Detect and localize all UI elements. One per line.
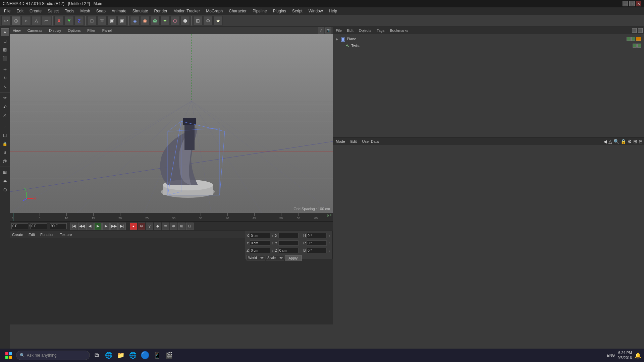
tool-polygons[interactable]: ▦ [1,46,9,54]
menu-help[interactable]: Help [326,8,340,14]
primitive-cyl[interactable]: ◎ [150,16,160,25]
twist-cb2[interactable] [637,44,641,48]
prev-keyframe-btn[interactable]: ◀◀ [78,223,86,230]
menu-simulate[interactable]: Simulate [130,8,151,14]
menu-mesh[interactable]: Mesh [77,8,93,14]
record-btn[interactable]: ● [130,223,137,230]
next-keyframe-btn[interactable]: ▶▶ [110,223,118,230]
current-frame-input[interactable] [11,223,28,229]
menu-motion-tracker[interactable]: Motion Tracker [171,8,203,14]
menu-animate[interactable]: Animate [109,8,129,14]
menu-tools[interactable]: Tools [62,8,77,14]
main-viewport[interactable]: View Cameras Display Options Filter Pane… [10,27,333,213]
obj-menu-objects[interactable]: Objects [358,28,373,33]
vp-menu-display[interactable]: Display [48,28,62,33]
menu-create[interactable]: Create [27,8,44,14]
close-button[interactable]: ✕ [636,1,641,6]
attr-extra-btn[interactable]: ⊟ [639,139,643,144]
tool-snap2[interactable]: 🔒 [1,140,9,148]
h-rot-input[interactable] [307,233,327,238]
vp-menu-filter[interactable]: Filter [86,28,97,33]
curve-btn[interactable]: ⊕ [170,223,177,230]
vp-menu-options[interactable]: Options [66,28,82,33]
deformer-tool[interactable]: ⬢ [180,16,190,25]
axis-y[interactable]: Y [64,16,74,25]
tool-extra[interactable]: ⬡ [1,186,9,194]
play-btn[interactable]: ▶ [94,223,102,230]
mat-menu-edit[interactable]: Edit [27,232,36,237]
timeline-btn[interactable]: ? [146,223,153,230]
plane-cb1[interactable] [627,37,631,41]
y-size-input[interactable] [278,240,299,246]
axis-z[interactable]: Z [74,16,84,25]
object-twist[interactable]: ∿ Twist [334,42,643,49]
y-pos-input[interactable] [250,240,270,246]
attr-menu-edit[interactable]: Edit [349,139,358,144]
primitive-sphere[interactable]: ◉ [140,16,150,25]
vp-menu-view[interactable]: View [11,28,22,33]
explorer-icon[interactable]: 📁 [115,350,126,361]
tool-grid[interactable]: ▦ [1,168,9,176]
menu-window[interactable]: Window [306,8,326,14]
key-btn[interactable]: ◆ [154,223,161,230]
app1-icon[interactable]: 📱 [152,350,162,361]
tool-terrain[interactable]: ⛰ [1,177,9,185]
goto-end-btn[interactable]: ▶| [118,223,126,230]
twist-cb1[interactable] [633,44,637,48]
z-size-input[interactable] [278,248,299,253]
mat-menu-function[interactable]: Function [39,232,56,237]
vp-menu-panel[interactable]: Panel [101,28,113,33]
auto-key-btn[interactable]: ⊗ [138,223,145,230]
tool-edges[interactable]: ◻ [1,37,9,45]
tool-move[interactable]: ⊕ [11,16,21,25]
prev-frame-btn[interactable]: ◀ [86,223,94,230]
apply-button[interactable]: Apply [285,255,302,261]
object-plane[interactable]: ▶ ▣ Plane [334,36,643,42]
tool-paint[interactable]: ✏ [1,94,9,102]
snap-settings[interactable]: ⚙ [203,16,213,25]
b-rot-input[interactable] [307,248,327,253]
extra1-btn[interactable]: ⊟ [186,223,194,230]
goto-start-btn[interactable]: |◀ [70,223,77,230]
tool-scale[interactable]: △ [32,16,41,25]
snap-grid[interactable]: ⊞ [193,16,203,25]
plane-color[interactable] [636,37,641,41]
end-frame-input[interactable] [31,223,47,229]
vp-camera[interactable]: 📷 [325,27,331,34]
obj-menu-file[interactable]: File [334,28,343,33]
menu-file[interactable]: File [1,8,13,14]
vp-menu-cameras[interactable]: Cameras [26,28,44,33]
render-region[interactable]: ▣ [107,16,117,25]
expand-plane[interactable]: ▶ [336,37,339,41]
goto-frame-input[interactable] [50,223,67,229]
start-button[interactable] [3,349,15,361]
edge-browser[interactable]: 🌐 [103,350,114,361]
object-mode[interactable]: □ [87,16,97,25]
cinema4d-taskbar[interactable]: 🎬 [164,350,174,361]
spline-tool[interactable]: ✦ [160,16,170,25]
menu-pipeline[interactable]: Pipeline [250,8,270,14]
x-size-input[interactable] [278,233,299,238]
render-preview[interactable]: 🎬 [97,16,107,25]
menu-select[interactable]: Select [45,8,61,14]
lights[interactable]: ★ [213,16,223,25]
transform-mode-select[interactable]: Scale Move Rotate [266,255,284,260]
taskview-btn[interactable]: ⧉ [91,350,102,361]
tool-rotate[interactable]: ○ [21,16,31,25]
obj-menu-bookmarks[interactable]: Bookmarks [388,28,410,33]
mat-menu-texture[interactable]: Texture [58,232,73,237]
z-pos-input[interactable] [250,248,270,253]
tool-move2[interactable]: ✛ [1,65,9,73]
attr-menu-mode[interactable]: Mode [334,139,346,144]
menu-snap[interactable]: Snap [94,8,108,14]
obj-menu-tags[interactable]: Tags [375,28,386,33]
tool-sculpt[interactable]: 🖌 [1,103,9,111]
tool-scale2[interactable]: ⤡ [1,83,9,91]
ie-icon[interactable]: 🌐 [127,350,138,361]
primitive-cube[interactable]: ◈ [130,16,140,25]
tool-lines[interactable]: ⟋ [1,122,9,130]
tool-rotate2[interactable]: ↻ [1,74,9,82]
tool-dollar[interactable]: $ [1,148,9,157]
taskbar-search[interactable]: 🔍 Ask me anything [16,351,90,360]
obj-search[interactable] [632,28,637,33]
